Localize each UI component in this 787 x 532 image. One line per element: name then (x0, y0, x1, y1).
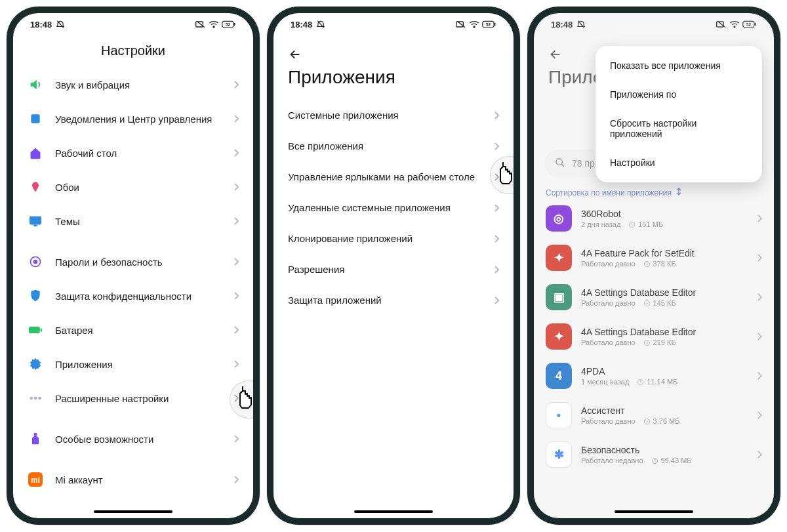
settings-row-wall[interactable]: Обои (13, 170, 253, 204)
app-row[interactable]: • Ассистент Работало давно 3,76 МБ (534, 396, 774, 435)
svg-rect-0 (196, 22, 203, 27)
lock-icon (28, 254, 43, 270)
app-name: 4PDA (581, 366, 748, 377)
app-row[interactable]: ✱ Безопасность Работало недавно 99,43 МБ (534, 435, 774, 474)
app-name: 4A Settings Database Editor (581, 327, 748, 337)
svg-text:mi: mi (31, 476, 40, 485)
page-title: Настройки (13, 35, 253, 68)
chevron-right-icon (494, 142, 499, 151)
row-label: Mi аккаунт (55, 474, 222, 485)
chevron-right-icon (757, 371, 762, 380)
row-label: Обои (55, 182, 222, 193)
sound-icon (28, 77, 43, 92)
popup-item[interactable]: Сбросить настройки приложений (595, 109, 762, 148)
chevron-right-icon (233, 359, 239, 369)
camera-block-icon (716, 20, 727, 28)
app-row[interactable]: ▣ 4A Settings Database Editor Работало д… (534, 277, 774, 317)
row-label: Рабочий стол (55, 148, 222, 159)
svg-point-16 (34, 433, 37, 436)
settings-row-theme[interactable]: Темы (13, 204, 253, 238)
apps-row[interactable]: Клонирование приложений (273, 223, 514, 254)
svg-point-20 (474, 26, 475, 28)
row-label: Расширенные настройки (55, 393, 222, 404)
settings-row-home[interactable]: Рабочий стол (13, 136, 253, 170)
row-label: Уведомления и Центр управления (55, 113, 222, 125)
app-row[interactable]: ✦ 4A Feature Pack for SetEdit Работало д… (534, 238, 774, 277)
nav-indicator (615, 510, 693, 513)
app-row[interactable]: 4 4PDA 1 месяц назад 11,14 МБ (534, 356, 774, 396)
settings-row-sound[interactable]: Звук и вибрация (13, 68, 253, 102)
chevron-right-icon (494, 265, 499, 274)
chevron-right-icon (233, 394, 239, 403)
app-name: Ассистент (581, 405, 748, 416)
apps-row[interactable]: Системные приложения (273, 100, 514, 131)
status-bar: 18:48 52 (13, 13, 253, 35)
chevron-right-icon (233, 434, 239, 443)
search-icon (555, 157, 565, 170)
popup-item[interactable]: Настройки (595, 148, 762, 177)
app-name: 4A Settings Database Editor (581, 287, 748, 298)
chevron-right-icon (233, 291, 239, 300)
wifi-icon (209, 20, 219, 28)
chevron-right-icon (757, 332, 762, 341)
alarm-off-icon (576, 20, 586, 29)
svg-rect-7 (33, 224, 37, 226)
apps-row[interactable]: Защита приложений (273, 285, 514, 316)
svg-rect-6 (30, 216, 41, 225)
apps-row[interactable]: Разрешения (273, 254, 514, 285)
apps-row[interactable]: Удаленные системные приложения (273, 192, 514, 223)
battery-icon: 52 (742, 20, 757, 28)
chevron-right-icon (757, 411, 762, 420)
nav-indicator (94, 510, 172, 513)
settings-row-bell[interactable]: Уведомления и Центр управления (13, 102, 253, 136)
popup-item[interactable]: Показать все приложения (595, 51, 762, 80)
svg-point-13 (30, 397, 33, 400)
wifi-icon (469, 20, 479, 28)
app-last-used: Работало давно (581, 338, 636, 346)
battery-icon: 52 (222, 20, 236, 28)
chevron-right-icon (233, 182, 239, 192)
row-label: Управление ярлыками на рабочем столе (288, 171, 487, 182)
row-label: Разрешения (288, 264, 487, 275)
wall-icon (28, 179, 43, 195)
apps-row[interactable]: Управление ярлыками на рабочем столе (273, 161, 514, 192)
chevron-right-icon (757, 450, 762, 459)
row-label: Пароли и безопасность (55, 256, 222, 268)
app-storage: 11,14 МБ (637, 378, 677, 386)
settings-row-shield[interactable]: Защита конфиденциальности (13, 279, 253, 313)
app-row[interactable]: ◎ 360Robot 2 дня назад 151 МБ (534, 199, 774, 238)
app-storage: 151 МБ (628, 220, 663, 228)
theme-icon (28, 213, 43, 229)
app-storage: 99,43 МБ (651, 457, 692, 464)
row-label: Клонирование приложений (288, 233, 487, 244)
chevron-right-icon (494, 234, 499, 243)
settings-row-lock[interactable]: Пароли и безопасность (13, 245, 253, 279)
settings-list[interactable]: Звук и вибрация Уведомления и Центр упра… (13, 68, 253, 497)
settings-row-battery[interactable]: Батарея (13, 313, 253, 347)
svg-point-1 (213, 26, 214, 28)
svg-rect-11 (41, 328, 43, 331)
app-last-used: 2 дня назад (581, 220, 620, 228)
settings-row-dots[interactable]: Расширенные настройки (13, 381, 253, 415)
svg-text:52: 52 (226, 22, 230, 27)
dots-icon (28, 390, 43, 406)
svg-point-15 (38, 397, 41, 400)
app-storage: 219 КБ (643, 338, 676, 346)
row-label: Особые возможности (55, 434, 222, 445)
apps-row[interactable]: Все приложения (273, 131, 514, 161)
settings-row-mi[interactable]: mi Mi аккаунт (13, 462, 253, 497)
popup-item[interactable]: Приложения по (595, 80, 762, 109)
overflow-menu: Показать все приложенияПриложения поСбро… (595, 46, 762, 182)
screen-all-apps: 18:48 52 Прило (534, 13, 774, 518)
chevron-right-icon (233, 475, 239, 484)
app-name: 360Robot (581, 209, 748, 219)
svg-point-14 (34, 397, 37, 400)
settings-row-access[interactable]: Особые возможности (13, 422, 253, 456)
sort-control[interactable]: Сортировка по имени приложения (534, 184, 774, 199)
row-label: Системные приложения (288, 110, 487, 121)
chevron-right-icon (494, 173, 499, 182)
back-button[interactable] (288, 47, 499, 62)
app-row[interactable]: ✦ 4A Settings Database Editor Работало д… (534, 317, 774, 356)
settings-row-gear[interactable]: Приложения (13, 347, 253, 381)
status-time: 18:48 (291, 20, 312, 30)
